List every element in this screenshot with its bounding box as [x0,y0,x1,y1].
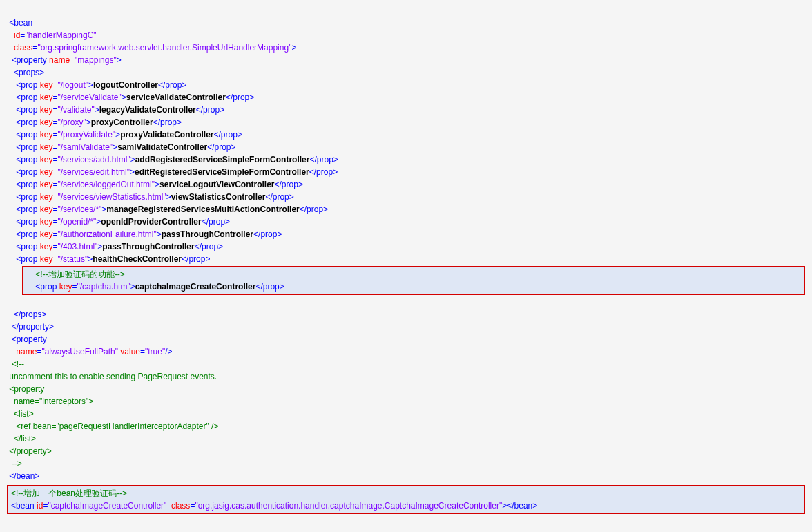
line: </bean> [7,471,39,481]
line: name="alwaysUseFullPath" value="true"/> [7,347,173,357]
prop-line: <prop key="/services/*">manageRegistered… [7,205,328,214]
line: <property [7,334,47,344]
prop-line: <prop key="/authorizationFailure.html">p… [7,229,282,239]
prop-line: <prop key="/logout">logoutController</pr… [7,80,186,90]
comment-block: <!-- uncomment this to enable sending Pa… [7,359,218,468]
prop-line: <prop key="/openid/*">openIdProviderCont… [7,217,230,227]
prop-line: <prop key="/services/viewStatistics.html… [7,192,294,202]
prop-line: <prop key="/proxy">proxyController</prop… [7,117,182,127]
line: <bean [7,18,32,28]
line: id="handlerMappingC" [7,30,97,40]
prop-line: <prop key="/proxyValidate">proxyValidate… [7,130,242,140]
line: </property> [7,322,54,332]
prop-line: <prop key="/services/edit.html">editRegi… [7,167,338,177]
prop-line: <prop key="/services/loggedOut.html">ser… [7,180,303,189]
line: <property name="mappings"> [7,55,122,65]
comment: <!--增加验证码的功能--> [35,269,124,279]
highlight-captcha-prop: <!--增加验证码的功能--> <prop key="/captcha.htm"… [22,266,805,295]
line: class="org.springframework.web.servlet.h… [7,43,296,53]
xml-code-block: <bean id="handlerMappingC" class="org.sp… [7,4,805,482]
comment: <!--增加一个bean处理验证码--> [11,488,127,498]
line: <props> [7,68,44,77]
bean-passthrough: <bean id="passThroughController" class="… [7,517,805,532]
prop-line: <prop key="/status">healthCheckControlle… [7,254,210,264]
prop-line: <prop key="/services/add.html">addRegist… [7,155,338,164]
line: </props> [7,310,46,319]
prop-line: <prop key="/samlValidate">samlValidateCo… [7,142,236,152]
prop-line: <prop key="/validate">legacyValidateCont… [7,105,224,115]
highlight-captcha-bean: <!--增加一个bean处理验证码--> <bean id="captchaIm… [7,485,805,514]
prop-line: <prop key="/serviceValidate">serviceVali… [7,93,254,102]
prop-line: <prop key="/403.html">passThroughControl… [7,242,223,251]
